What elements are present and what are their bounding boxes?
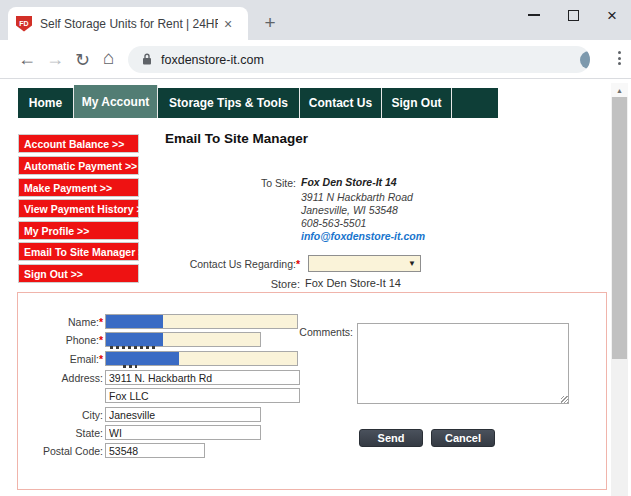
- page-title: Email To Site Manager: [165, 131, 308, 146]
- address-bar[interactable]: foxdenstore-it.com: [128, 46, 590, 73]
- phone-label-text: Phone:: [66, 334, 99, 346]
- new-tab-button[interactable]: +: [258, 11, 282, 35]
- sidebar-item-my-profile[interactable]: My Profile >>: [18, 221, 139, 240]
- browser-titlebar: FD Self Storage Units for Rent | 24HR × …: [0, 0, 631, 40]
- required-marker: *: [296, 258, 300, 270]
- sidebar-item-automatic-payment[interactable]: Automatic Payment >>: [18, 156, 139, 175]
- site-name: Fox Den Store-It 14: [301, 176, 397, 188]
- email-text-hint: [123, 365, 137, 368]
- send-button[interactable]: Send: [359, 429, 423, 447]
- forward-icon[interactable]: →: [46, 49, 64, 70]
- site-phone: 608-563-5501: [301, 217, 366, 229]
- phone-text-hint: [110, 346, 158, 349]
- reload-icon[interactable]: ↻: [75, 49, 90, 71]
- cancel-button[interactable]: Cancel: [431, 429, 495, 447]
- nav-item-my-account[interactable]: My Account: [74, 85, 158, 118]
- back-icon[interactable]: ←: [18, 49, 36, 70]
- favicon-text: FD: [19, 20, 28, 27]
- window-controls: ×: [528, 0, 625, 30]
- close-icon[interactable]: ×: [607, 7, 617, 24]
- state-input[interactable]: [105, 425, 261, 440]
- email-redaction: [106, 352, 179, 365]
- email-label-text: Email:: [70, 353, 99, 365]
- site-address-line1: 3911 N Hackbarth Road: [301, 191, 413, 203]
- scrollbar-up-icon[interactable]: ▲: [611, 83, 628, 97]
- state-label: State:: [23, 427, 103, 439]
- site-address-line2: Janesville, WI 53548: [301, 204, 398, 216]
- sidebar-item-make-payment[interactable]: Make Payment >>: [18, 178, 139, 197]
- required-marker: *: [99, 334, 103, 346]
- city-label: City:: [23, 409, 103, 421]
- email-label: Email:*: [23, 353, 103, 365]
- address-line1-input[interactable]: [105, 370, 300, 385]
- textarea-resize-grip[interactable]: [561, 396, 568, 403]
- phone-redaction: [106, 333, 163, 346]
- page-scrollbar[interactable]: ▲: [611, 83, 628, 496]
- chevron-down-icon: ▼: [408, 259, 416, 268]
- sidebar-item-view-payment-history[interactable]: View Payment History >>: [18, 199, 139, 218]
- site-favicon-icon: FD: [16, 16, 32, 32]
- name-label: Name:*: [23, 316, 103, 328]
- minimize-icon[interactable]: [528, 14, 540, 16]
- nav-filler: [452, 88, 498, 118]
- tab-title: Self Storage Units for Rent | 24HR: [40, 17, 218, 31]
- browser-tab[interactable]: FD Self Storage Units for Rent | 24HR ×: [8, 7, 248, 40]
- phone-label: Phone:*: [23, 334, 103, 346]
- address-line2-input[interactable]: [105, 388, 300, 403]
- regarding-label-text: Contact Us Regarding:: [190, 258, 296, 270]
- postal-code-input[interactable]: [105, 443, 205, 458]
- maximize-icon[interactable]: [568, 10, 579, 21]
- scrollbar-thumb[interactable]: [612, 97, 627, 359]
- tab-close-icon[interactable]: ×: [220, 17, 236, 31]
- site-email-link[interactable]: info@foxdenstore-it.com: [301, 230, 425, 242]
- sidebar-item-email-to-site-manager[interactable]: Email To Site Manager >>: [18, 242, 139, 261]
- nav-item-sign-out[interactable]: Sign Out: [382, 88, 452, 118]
- required-marker: *: [99, 316, 103, 328]
- home-icon[interactable]: ⌂: [103, 47, 114, 69]
- to-site-label: To Site:: [196, 177, 296, 189]
- regarding-dropdown[interactable]: ▼: [308, 255, 421, 272]
- sidebar-item-account-balance[interactable]: Account Balance >>: [18, 134, 139, 153]
- city-input[interactable]: [105, 407, 261, 422]
- email-form: Name:* Phone:* Email:* Address: City: St…: [17, 292, 607, 490]
- browser-window: FD Self Storage Units for Rent | 24HR × …: [0, 0, 631, 496]
- nav-item-storage-tips[interactable]: Storage Tips & Tools: [158, 88, 300, 118]
- nav-item-contact-us[interactable]: Contact Us: [300, 88, 382, 118]
- regarding-label: Contact Us Regarding:*: [160, 258, 300, 270]
- store-label: Store:: [200, 278, 300, 290]
- site-nav: Home My Account Storage Tips & Tools Con…: [18, 88, 498, 118]
- nav-item-home[interactable]: Home: [18, 88, 74, 118]
- comments-textarea[interactable]: [357, 323, 569, 404]
- store-value: Fox Den Store-It 14: [305, 277, 401, 289]
- address-label: Address:: [23, 372, 103, 384]
- name-label-text: Name:: [68, 316, 99, 328]
- postal-code-label: Postal Code:: [23, 445, 103, 457]
- comments-label: Comments:: [273, 326, 353, 338]
- url-text: foxdenstore-it.com: [161, 53, 264, 67]
- name-redaction: [106, 315, 163, 328]
- browser-menu-icon[interactable]: [618, 51, 621, 65]
- required-marker: *: [99, 353, 103, 365]
- sidebar-item-sign-out[interactable]: Sign Out >>: [18, 264, 139, 283]
- lock-icon: [142, 51, 152, 69]
